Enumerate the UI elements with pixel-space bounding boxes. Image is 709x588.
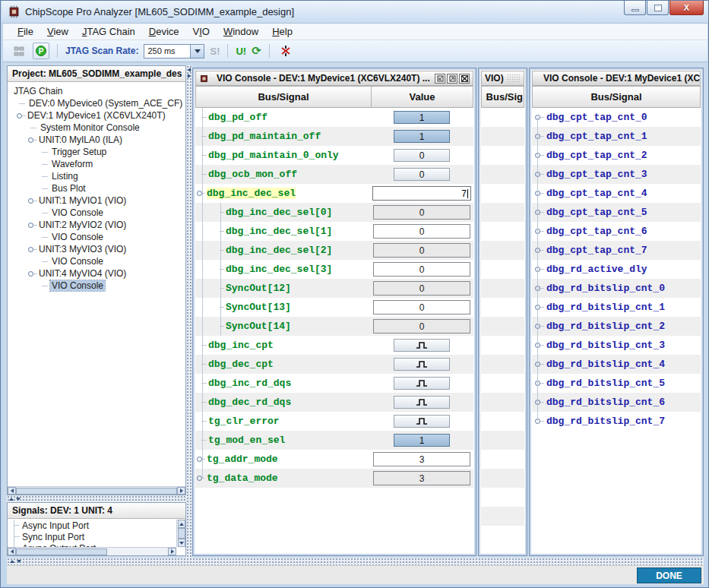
signal-row[interactable]: dbg_cpt_tap_cnt_3: [532, 165, 701, 184]
signals-list-item[interactable]: Sync Input Port: [8, 531, 176, 542]
scroll-down-button[interactable]: [178, 539, 185, 547]
signals-list-item[interactable]: Async Input Port: [8, 520, 176, 531]
value-field[interactable]: 0: [373, 319, 470, 334]
scan-rate-combobox[interactable]: 250 ms: [144, 44, 204, 58]
value-text-input[interactable]: 7: [372, 186, 471, 201]
tree-expand-handle-icon[interactable]: [28, 198, 33, 204]
tree-item[interactable]: Listing: [8, 170, 185, 182]
menu-item-view[interactable]: View: [40, 24, 75, 39]
bus-signal-column-header[interactable]: Bus/Sig: [481, 86, 524, 108]
tree-item[interactable]: VIO Console: [8, 231, 185, 243]
menu-item-help[interactable]: Help: [265, 24, 299, 39]
tree-item[interactable]: DEV:0 MyDevice0 (System_ACE_CF): [8, 97, 185, 109]
value-toggle-button[interactable]: 0: [394, 168, 450, 181]
tree-expand-handle-icon[interactable]: [28, 223, 33, 228]
console3-title-bar[interactable]: VIO Console - DEV:1 MyDevice1 (XC: [532, 71, 701, 86]
tree-item[interactable]: VIO Console: [8, 255, 185, 267]
console1-maximize-button[interactable]: [447, 74, 457, 84]
done-button[interactable]: DONE: [637, 567, 701, 583]
signal-expand-handle-icon[interactable]: [197, 457, 202, 462]
signal-expand-handle-icon[interactable]: [535, 324, 540, 329]
splitter-collapse-down-icon[interactable]: [17, 560, 21, 563]
splitter-collapse-up-icon[interactable]: [9, 498, 14, 501]
value-pulse-button[interactable]: [394, 358, 450, 371]
signal-row[interactable]: dbg_rd_bitslip_cnt_2: [532, 317, 701, 336]
menu-item-file[interactable]: File: [11, 24, 40, 39]
sample-button[interactable]: S!: [210, 46, 220, 57]
signal-row[interactable]: dbg_cpt_tap_cnt_2: [532, 146, 701, 165]
tree-item[interactable]: UNIT:0 MyILA0 (ILA): [8, 134, 185, 146]
refresh-icon[interactable]: ⟳: [252, 44, 261, 58]
value-field[interactable]: 0: [373, 262, 470, 277]
signal-row[interactable]: dbg_cpt_tap_cnt_6: [532, 222, 701, 241]
bus-signal-column-header[interactable]: Bus/Signal: [532, 86, 701, 108]
close-cable-icon[interactable]: [277, 43, 294, 59]
signal-row[interactable]: dbg_cpt_tap_cnt_0: [532, 108, 701, 127]
scan-rate-value[interactable]: 250 ms: [144, 44, 191, 58]
vertical-splitter[interactable]: [186, 65, 192, 558]
signal-row[interactable]: dbg_cpt_tap_cnt_5: [532, 203, 701, 222]
tree-item[interactable]: Bus Plot: [8, 182, 185, 194]
bus-signal-column-header[interactable]: Bus/Signal: [195, 86, 371, 108]
scrollbar-thumb[interactable]: [16, 488, 177, 495]
signal-expand-handle-icon[interactable]: [535, 286, 540, 291]
value-field[interactable]: 0: [373, 281, 470, 296]
signal-expand-handle-icon[interactable]: [535, 400, 540, 405]
scroll-left-button[interactable]: [8, 548, 16, 555]
scrollbar-thumb[interactable]: [16, 548, 107, 555]
horizontal-splitter[interactable]: [7, 495, 186, 502]
close-button[interactable]: X: [669, 1, 704, 15]
value-field[interactable]: 0: [373, 205, 470, 220]
menu-item-window[interactable]: Window: [217, 24, 265, 39]
signal-row[interactable]: dbg_cpt_tap_cnt_4: [532, 184, 701, 203]
signals-vscrollbar[interactable]: [176, 520, 185, 547]
signal-expand-handle-icon[interactable]: [535, 248, 540, 253]
console1-restore-button[interactable]: [435, 74, 445, 84]
scroll-right-button[interactable]: [177, 487, 185, 495]
value-field[interactable]: 3: [373, 452, 470, 466]
signal-expand-handle-icon[interactable]: [535, 343, 540, 348]
splitter-collapse-left-icon[interactable]: [188, 68, 191, 72]
signal-expand-handle-icon[interactable]: [535, 191, 540, 196]
scan-rate-dropdown-button[interactable]: [191, 44, 204, 58]
tree-expand-handle-icon[interactable]: [28, 138, 33, 143]
value-field[interactable]: 0: [373, 224, 470, 239]
tree-expand-handle-icon[interactable]: [28, 271, 33, 277]
console2-title-bar[interactable]: VIO): [481, 71, 524, 86]
splitter-collapse-up-icon[interactable]: [10, 560, 14, 563]
signal-row[interactable]: dbg_cpt_tap_cnt_1: [532, 127, 701, 146]
tree-item[interactable]: Waveform: [8, 158, 185, 170]
tree-expand-handle-icon[interactable]: [28, 247, 33, 252]
signal-expand-handle-icon[interactable]: [535, 153, 540, 158]
splitter-collapse-down-icon[interactable]: [16, 498, 21, 501]
menu-item-vio[interactable]: VIO: [186, 24, 217, 39]
value-toggle-button[interactable]: 0: [394, 149, 450, 162]
signal-row[interactable]: dbg_rd_bitslip_cnt_5: [532, 374, 701, 393]
signal-expand-handle-icon[interactable]: [535, 305, 540, 310]
signal-row[interactable]: dbg_cpt_tap_cnt_7: [532, 241, 701, 260]
scroll-right-button[interactable]: [168, 548, 176, 555]
tree-item[interactable]: VIO Console: [8, 207, 185, 219]
signal-expand-handle-icon[interactable]: [535, 210, 540, 215]
value-field[interactable]: 3: [373, 471, 470, 485]
tree-expand-handle-icon[interactable]: [17, 113, 22, 119]
tree-item[interactable]: UNIT:1 MyVIO1 (VIO): [8, 194, 185, 207]
signal-expand-handle-icon[interactable]: [197, 476, 202, 481]
console1-title-bar[interactable]: VIO Console - DEV:1 MyDevice1 (XC6VLX240…: [195, 71, 473, 86]
project-tree-hscrollbar[interactable]: [8, 486, 185, 495]
menu-item-jtag-chain[interactable]: JTAG Chain: [75, 24, 142, 39]
scroll-left-button[interactable]: [8, 487, 16, 495]
tree-item[interactable]: System Monitor Console: [8, 122, 185, 134]
console1-close-button[interactable]: [459, 74, 470, 84]
scroll-up-button[interactable]: [178, 520, 185, 528]
value-toggle-button[interactable]: 1: [394, 111, 450, 124]
maximize-button[interactable]: [647, 1, 669, 15]
jtag-chain-setup-icon[interactable]: [11, 43, 27, 59]
signal-expand-handle-icon[interactable]: [535, 229, 540, 234]
tree-item[interactable]: JTAG Chain: [8, 85, 185, 97]
signal-row[interactable]: dbg_rd_bitslip_cnt_7: [532, 412, 701, 431]
title-bar[interactable]: ChipScope Pro Analyzer [ML605_SODIMM_exa…: [2, 1, 709, 24]
signal-expand-handle-icon[interactable]: [535, 134, 540, 139]
signal-row[interactable]: dbg_rd_bitslip_cnt_1: [532, 298, 701, 317]
value-pulse-button[interactable]: [394, 377, 450, 390]
